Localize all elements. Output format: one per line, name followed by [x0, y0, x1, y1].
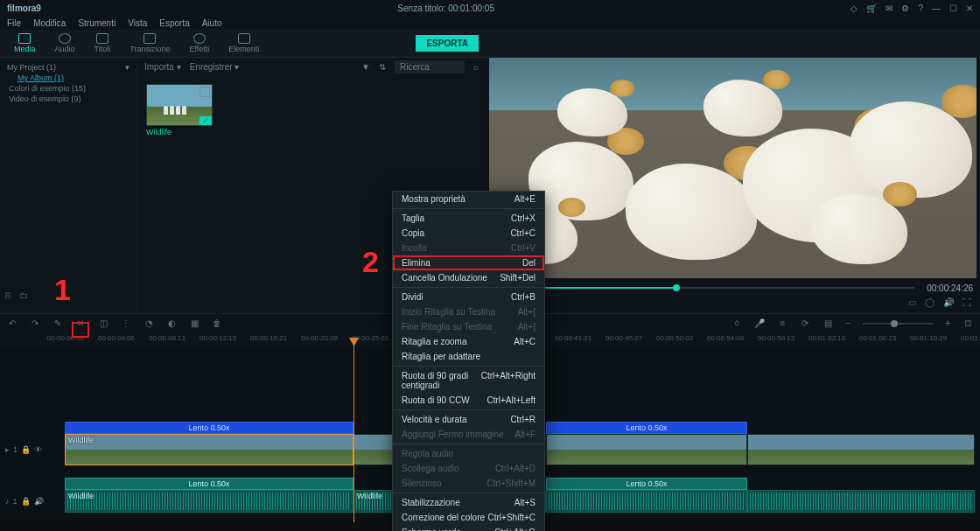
marker-icon[interactable]: ◊	[732, 318, 742, 329]
context-item[interactable]: EliminaDel	[393, 255, 544, 270]
context-item[interactable]: Cancella OndulazioneShift+Del	[393, 270, 544, 285]
speed-indicator: Lento 0.50x	[546, 478, 747, 490]
crop-icon[interactable]: ◫	[98, 318, 108, 329]
tab-effects[interactable]: Effetti	[180, 31, 218, 55]
context-item: SilenziosoCtrl+Shift+M	[393, 476, 544, 491]
maximize-icon[interactable]: ☐	[949, 3, 957, 13]
import-dropdown[interactable]: Importa ▾	[144, 62, 181, 72]
ruler-tick: 00:00:12:15	[200, 334, 236, 342]
trash-icon[interactable]: 🗑	[212, 318, 222, 329]
video-clip[interactable]: Wildlife	[65, 434, 354, 465]
context-item[interactable]: Ritaglia per adattare	[393, 349, 544, 364]
playhead[interactable]	[354, 338, 354, 522]
context-item[interactable]: StabilizzazioneAlt+S	[393, 495, 544, 510]
cart-icon[interactable]: 🛒	[866, 3, 877, 13]
audio-clip[interactable]	[546, 490, 747, 513]
chevron-down-icon[interactable]: ▾	[125, 63, 130, 72]
search-icon[interactable]: ⌕	[473, 62, 479, 72]
thumbnail-name: Wildlife	[146, 128, 213, 136]
tab-transition[interactable]: Transizione	[121, 31, 178, 55]
context-item[interactable]: Schermo verdeCtrl+Alt+G	[393, 525, 544, 531]
tab-elements[interactable]: Elementi	[220, 31, 268, 55]
menu-view[interactable]: Vista	[128, 18, 147, 28]
context-item[interactable]: Mostra proprietàAlt+E	[393, 192, 544, 206]
user-icon[interactable]: ◇	[850, 3, 858, 13]
context-item[interactable]: Ritaglia e zoomaAlt+C	[393, 334, 544, 349]
message-icon[interactable]: ✉	[886, 3, 892, 13]
greenscreen-icon[interactable]: ▦	[189, 318, 200, 329]
context-item[interactable]: Correzione del coloreCtrl+Shift+C	[393, 510, 544, 525]
filter-icon[interactable]: ▼	[361, 62, 370, 72]
folder-icon[interactable]: 🗀	[19, 290, 28, 300]
context-item: Aggiungi Fermo immagineAlt+F	[393, 427, 544, 442]
lock-icon[interactable]: 🔒	[21, 497, 31, 506]
video-clip[interactable]	[546, 434, 747, 465]
app-logo: filmora9	[7, 3, 41, 13]
mixer-icon[interactable]: ≡	[777, 318, 788, 329]
lock-icon[interactable]: 🔒	[21, 445, 31, 454]
context-item[interactable]: Ruota di 90 CCWCtrl+Alt+Left	[393, 393, 544, 408]
export-button[interactable]: ESPORTA	[416, 35, 479, 52]
context-item[interactable]: CopiaCtrl+C	[393, 226, 544, 241]
audio-track-head[interactable]: ♪1🔒🔊	[0, 490, 47, 513]
media-thumbnail[interactable]: Wildlife	[146, 84, 213, 136]
settings-icon[interactable]: ⚙	[901, 3, 909, 13]
close-icon[interactable]: ✕	[966, 3, 973, 13]
zoom-out-icon[interactable]: −	[845, 318, 850, 328]
sample-colors[interactable]: Colori di esempio (15)	[7, 84, 130, 93]
speed-icon[interactable]: ◔	[144, 318, 154, 329]
tab-elements-label: Elementi	[228, 45, 259, 53]
eye-icon[interactable]: 👁	[34, 445, 42, 454]
tab-titles[interactable]: Titoli	[86, 31, 120, 55]
context-item: Scollega audioCtrl+Alt+D	[393, 461, 544, 476]
tab-media-label: Media	[14, 45, 36, 53]
sort-icon[interactable]: ⇅	[379, 62, 386, 72]
project-folder[interactable]: My Project (1)▾	[7, 63, 130, 72]
tab-media[interactable]: Media	[5, 31, 45, 55]
layers-icon[interactable]: ▤	[822, 318, 833, 329]
zoom-slider[interactable]	[863, 323, 933, 325]
context-item[interactable]: Velocità e durataCtrl+R	[393, 412, 544, 427]
redo-icon[interactable]: ↷	[30, 318, 40, 329]
sample-videos[interactable]: Video di esempio (9)	[7, 94, 130, 103]
menu-tools[interactable]: Strumenti	[78, 18, 116, 28]
menu-file[interactable]: File	[7, 18, 21, 28]
progress-bar[interactable]	[520, 287, 914, 289]
speed-indicator: Lento 0.50x	[65, 422, 354, 434]
ruler-tick: 00:00:50:02	[656, 334, 693, 342]
help-icon[interactable]: ?	[918, 3, 923, 13]
context-item[interactable]: TagliaCtrl+X	[393, 211, 544, 226]
speed-indicator: Lento 0.50x	[65, 478, 354, 490]
tab-titles-label: Titoli	[94, 45, 111, 53]
record-dropdown[interactable]: Enregistrer ▾	[190, 62, 240, 72]
context-item[interactable]: DividiCtrl+B	[393, 290, 544, 304]
fullscreen-icon[interactable]: ⛶	[962, 297, 971, 313]
menu-edit[interactable]: Modifica	[33, 18, 66, 28]
tab-audio[interactable]: Audio	[46, 31, 84, 55]
snapshot-icon[interactable]: ▭	[908, 297, 916, 313]
menu-help[interactable]: Aiuto	[202, 18, 222, 28]
album-folder[interactable]: My Album (1)	[7, 73, 130, 82]
edit-icon[interactable]: ✎	[52, 318, 63, 329]
audio-clip[interactable]	[747, 490, 975, 513]
audio-clip[interactable]: Wildlife	[65, 490, 354, 513]
minimize-icon[interactable]: —	[932, 3, 941, 13]
camera-icon[interactable]: ◯	[925, 297, 934, 313]
search-input[interactable]	[395, 60, 465, 73]
add-folder-icon[interactable]: ⎘	[5, 290, 10, 300]
split-icon[interactable]: ⋮	[121, 318, 131, 329]
menu-export[interactable]: Esporta	[159, 18, 189, 28]
mute-icon[interactable]: 🔊	[34, 497, 44, 506]
video-clip[interactable]	[747, 434, 975, 465]
undo-icon[interactable]: ↶	[7, 318, 18, 329]
speed-indicator: Lento 0.50x	[546, 422, 747, 434]
render-icon[interactable]: ⟳	[800, 318, 810, 329]
color-icon[interactable]: ◐	[166, 318, 177, 329]
fit-icon[interactable]: ⊡	[962, 318, 973, 329]
zoom-in-icon[interactable]: +	[945, 318, 950, 328]
volume-icon[interactable]: 🔊	[943, 297, 954, 313]
mic-icon[interactable]: 🎤	[754, 318, 765, 329]
preview-video[interactable]	[489, 58, 976, 278]
context-item[interactable]: Ruota di 90 gradi centigradiCtrl+Alt+Rig…	[393, 368, 544, 393]
video-track-head[interactable]: ▸1🔒👁	[0, 434, 47, 465]
